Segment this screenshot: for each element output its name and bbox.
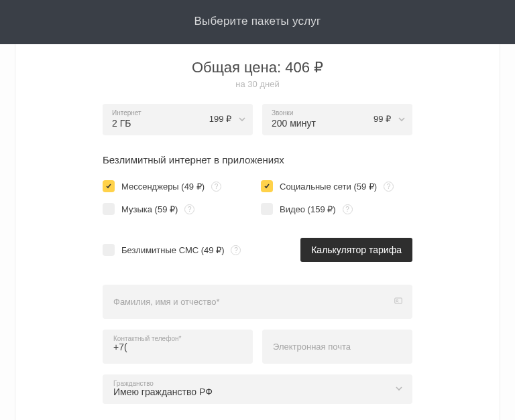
help-icon[interactable]: ? <box>231 245 241 255</box>
checkbox-icon <box>103 203 115 215</box>
svg-rect-0 <box>395 297 402 303</box>
internet-price: 199 ₽ <box>209 114 231 124</box>
tariff-calculator-button[interactable]: Калькулятор тарифа <box>300 238 412 262</box>
chevron-down-icon <box>395 383 403 395</box>
option-unlimited-sms[interactable]: Безлимитные СМС (49 ₽) ? <box>103 244 241 256</box>
option-music[interactable]: Музыка (59 ₽) ? <box>103 203 254 215</box>
total-price-block: Общая цена: 406 ₽ на 30 дней <box>103 44 412 89</box>
checkbox-icon <box>103 244 115 256</box>
option-label: Музыка (59 ₽) <box>121 204 178 214</box>
checkbox-icon <box>103 180 115 192</box>
citizenship-value: Имею гражданство РФ <box>113 387 402 397</box>
calls-price: 99 ₽ <box>374 114 391 124</box>
checkbox-icon <box>261 180 273 192</box>
price-label: Общая цена: <box>192 59 285 76</box>
calls-label: Звонки <box>272 109 374 117</box>
unlimited-apps-title: Безлимитный интернет в приложениях <box>103 154 412 165</box>
internet-selector[interactable]: Интернет 2 ГБ 199 ₽ <box>103 104 253 135</box>
calls-selector[interactable]: Звонки 200 минут 99 ₽ <box>262 104 412 135</box>
phone-input[interactable]: Контактный телефон* +7( <box>103 330 253 364</box>
fio-input[interactable]: Фамилия, имя и отчество* <box>103 285 412 319</box>
option-messengers[interactable]: Мессенджеры (49 ₽) ? <box>103 180 254 192</box>
internet-value: 2 ГБ <box>112 118 209 129</box>
price-period: на 30 дней <box>103 79 412 89</box>
help-icon[interactable]: ? <box>184 204 194 214</box>
option-label: Видео (159 ₽) <box>280 204 336 214</box>
page-body: Общая цена: 406 ₽ на 30 дней Интернет 2 … <box>15 44 500 420</box>
citizenship-select[interactable]: Гражданство Имею гражданство РФ <box>103 374 412 404</box>
calls-value: 200 минут <box>272 118 374 129</box>
option-social[interactable]: Социальные сети (59 ₽) ? <box>261 180 412 192</box>
email-placeholder: Электронная почта <box>273 342 351 352</box>
option-video[interactable]: Видео (159 ₽) ? <box>261 203 412 215</box>
help-icon[interactable]: ? <box>211 182 221 192</box>
help-icon[interactable]: ? <box>384 182 394 192</box>
chevron-down-icon <box>238 114 246 126</box>
option-label: Безлимитные СМС (49 ₽) <box>121 245 224 255</box>
internet-label: Интернет <box>112 109 209 117</box>
phone-value: +7( <box>113 342 242 352</box>
contact-card-icon <box>394 296 403 308</box>
page-title: Выберите пакеты услуг <box>194 15 321 27</box>
chevron-down-icon <box>398 114 406 126</box>
email-input[interactable]: Электронная почта <box>262 330 412 364</box>
svg-point-1 <box>396 299 398 301</box>
price-amount: 406 ₽ <box>285 59 323 76</box>
fio-placeholder: Фамилия, имя и отчество* <box>113 297 220 307</box>
phone-label: Контактный телефон* <box>113 335 181 342</box>
option-label: Мессенджеры (49 ₽) <box>121 182 205 192</box>
checkbox-icon <box>261 203 273 215</box>
help-icon[interactable]: ? <box>343 204 353 214</box>
option-label: Социальные сети (59 ₽) <box>280 182 377 192</box>
citizenship-label: Гражданство <box>113 380 154 387</box>
page-header: Выберите пакеты услуг <box>0 0 515 44</box>
